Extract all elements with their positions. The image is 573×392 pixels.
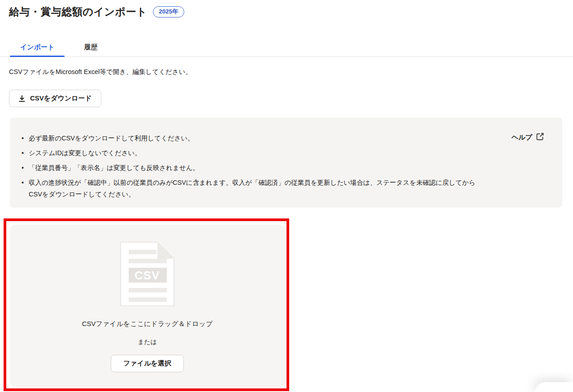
notice-list: 必ず最新のCSVをダウンロードして利用してください。 システムIDは変更しないで… — [21, 132, 478, 200]
csv-icon-label: CSV — [135, 269, 160, 282]
help-link[interactable]: ヘルプ — [512, 132, 544, 142]
year-badge: 2025年 — [153, 6, 184, 18]
dropzone-or-text: または — [138, 338, 157, 346]
notice-item: 収入の進捗状況が「確認中」以前の従業員のみがCSVに含まれます。収入が「確認済」… — [21, 177, 478, 200]
notice-item: システムIDは変更しないでください。 — [21, 147, 478, 159]
tab-history[interactable]: 履歴 — [74, 39, 108, 57]
csv-download-button[interactable]: CSVをダウンロード — [9, 90, 101, 107]
page-title: 給与・賞与総額のインポート — [9, 5, 147, 19]
help-link-label: ヘルプ — [512, 133, 532, 142]
notice-item: 必ず最新のCSVをダウンロードして利用してください。 — [21, 132, 478, 144]
csv-dropzone[interactable]: CSV CSVファイルをここにドラッグ＆ドロップ または ファイルを選択 — [10, 225, 285, 387]
notice-item: 「従業員番号」「表示名」は変更しても反映されません。 — [21, 162, 478, 174]
page-header: 給与・賞与総額のインポート 2025年 — [9, 5, 184, 19]
tab-import[interactable]: インポート — [10, 39, 65, 57]
tab-bar: インポート 履歴 — [0, 39, 573, 57]
download-button-label: CSVをダウンロード — [30, 94, 92, 103]
csv-file-icon: CSV — [119, 240, 176, 309]
import-page: 給与・賞与総額のインポート 2025年 インポート 履歴 CSVファイルをMic… — [0, 0, 573, 392]
download-icon — [18, 95, 26, 102]
notice-box: 必ず最新のCSVをダウンロードして利用してください。 システムIDは変更しないで… — [10, 118, 562, 208]
external-link-icon — [536, 132, 544, 142]
file-select-button[interactable]: ファイルを選択 — [111, 355, 184, 372]
dropzone-drag-text: CSVファイルをここにドラッグ＆ドロップ — [82, 320, 213, 328]
intro-text: CSVファイルをMicrosoft Excel等で開き、編集してください。 — [9, 68, 192, 76]
chat-widget-corner[interactable] — [535, 382, 573, 392]
